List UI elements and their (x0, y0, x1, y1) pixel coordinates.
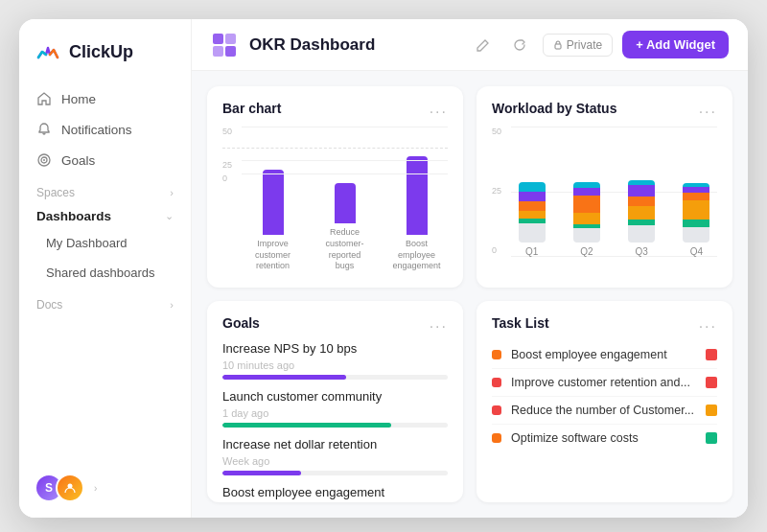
stacked-q1-label: Q1 (525, 246, 538, 257)
content-grid: Bar chart ... 50 (192, 71, 748, 518)
sidebar-item-shared-dashboards[interactable]: Shared dashboards (27, 259, 183, 287)
stacked-group-q3: Q3 (621, 180, 662, 257)
spaces-chevron-icon: › (170, 187, 174, 198)
task-list-header: Task List ... (492, 314, 717, 332)
wl-y-0: 0 (492, 245, 501, 255)
stacked-bar-q4 (683, 183, 709, 243)
topbar: OKR Dashboard Private + Add Widget (192, 19, 748, 71)
svg-rect-8 (555, 44, 561, 49)
svg-rect-5 (225, 34, 236, 44)
stacked-q2-label: Q2 (580, 246, 593, 257)
docs-section: Docs › (19, 287, 191, 315)
task-dot-2 (492, 405, 501, 415)
wl-y-25: 25 (492, 186, 501, 196)
notifications-label: Notifications (61, 123, 132, 137)
add-widget-button[interactable]: + Add Widget (622, 31, 729, 58)
bar-chart-menu[interactable]: ... (430, 100, 448, 117)
bar-1 (335, 183, 356, 223)
svg-rect-6 (213, 46, 223, 57)
sidebar: ClickUp Home Notifications (19, 19, 192, 518)
dashboards-nav: Dashboards ⌄ My Dashboard Shared dashboa… (19, 203, 191, 287)
target-icon (36, 152, 52, 168)
stacked-group-q4: Q4 (676, 183, 717, 257)
goal-time-1: 1 day ago (222, 407, 448, 419)
sidebar-item-my-dashboard[interactable]: My Dashboard (27, 229, 183, 257)
edit-icon[interactable] (470, 32, 497, 58)
goal-name-3: Boost employee engagement (222, 485, 384, 499)
wl-y-50: 50 (492, 127, 501, 136)
stacked-bars-container: Q1 Q2 (511, 151, 717, 257)
task-flag-3 (706, 432, 717, 444)
dashboard-grid-icon (211, 32, 238, 58)
task-item-0: Boost employee engagement (492, 341, 717, 369)
workload-y-labels: 50 25 0 (492, 127, 501, 255)
private-badge[interactable]: Private (543, 34, 613, 57)
dashboards-label[interactable]: Dashboards (36, 209, 111, 223)
goal-name-1: Launch customer community (222, 389, 382, 404)
goal-name-2: Increase net dollar retention (222, 437, 377, 451)
sidebar-item-home[interactable]: Home (27, 84, 183, 113)
app-window: ClickUp Home Notifications (19, 19, 748, 518)
spaces-section: Spaces › (19, 174, 191, 203)
stacked-bar-q2 (573, 182, 600, 243)
bar-group-1: Reduce customer-reported bugs (314, 183, 376, 272)
task-name-3: Optimize software costs (511, 431, 696, 445)
clickup-logo-icon (35, 38, 61, 65)
goals-menu[interactable]: ... (430, 314, 448, 332)
avatar-group[interactable]: S (35, 474, 84, 502)
sidebar-footer: S › (19, 474, 191, 502)
stacked-q3-label: Q3 (635, 246, 647, 257)
page-title: OKR Dashboard (249, 35, 458, 55)
goal-item-1: Launch customer community 1 day ago (222, 389, 448, 428)
goals-card: Goals ... Increase NPS by 10 bps 10 minu… (207, 301, 463, 502)
bar-chart-title: Bar chart (222, 101, 281, 116)
logo-text: ClickUp (69, 42, 133, 62)
sidebar-item-notifications[interactable]: Notifications (27, 115, 183, 144)
goals-title: Goals (222, 315, 260, 331)
y-label-50: 50 (222, 127, 232, 136)
refresh-icon[interactable] (506, 32, 533, 58)
topbar-actions: Private + Add Widget (470, 31, 729, 58)
goal-item-2: Increase net dollar retention Week ago (222, 437, 448, 475)
stacked-bar-q3 (628, 180, 655, 243)
svg-rect-4 (213, 34, 223, 44)
task-dot-0 (492, 350, 501, 359)
my-dashboard-label: My Dashboard (46, 236, 128, 250)
shared-dashboards-label: Shared dashboards (46, 266, 154, 280)
stacked-group-q2: Q2 (566, 182, 607, 257)
goal-progress-1 (222, 423, 448, 428)
bar-label-2: Boost employee engagement (390, 239, 443, 272)
sidebar-nav: Home Notifications Goals (19, 84, 191, 174)
task-item-3: Optimize software costs (492, 425, 717, 451)
stacked-bar-q1 (519, 182, 546, 243)
task-flag-2 (706, 405, 717, 416)
goal-item-0: Increase NPS by 10 bps 10 minutes ago (222, 341, 448, 380)
task-item-1: Improve customer retention and... (492, 369, 717, 397)
svg-rect-7 (225, 46, 236, 57)
goal-name-0: Increase NPS by 10 bps (222, 341, 357, 356)
goals-header: Goals ... (222, 314, 448, 332)
goals-list: Increase NPS by 10 bps 10 minutes ago La… (222, 341, 448, 502)
svg-point-2 (43, 159, 45, 161)
stacked-q4-label: Q4 (690, 246, 703, 257)
task-dot-3 (492, 433, 501, 443)
task-flag-0 (706, 349, 717, 360)
dashboards-chevron-icon: ⌄ (165, 210, 174, 222)
task-dot-1 (492, 378, 501, 387)
bars-container: Improve customer retention Reduce custom… (242, 178, 448, 274)
task-list-menu[interactable]: ... (699, 314, 717, 332)
goal-time-2: Week ago (222, 455, 448, 467)
task-name-2: Reduce the number of Customer... (511, 404, 696, 417)
task-name-0: Boost employee engagement (511, 348, 696, 361)
y-label-0: 0 (222, 173, 227, 183)
sidebar-item-goals[interactable]: Goals (27, 146, 183, 174)
goal-progress-0 (222, 375, 448, 380)
workload-chart-title: Workload by Status (492, 101, 616, 116)
docs-chevron-icon: › (170, 299, 174, 311)
bar-label-1: Reduce customer-reported bugs (318, 227, 371, 272)
private-label: Private (567, 38, 602, 52)
bar-chart-card: Bar chart ... 50 (207, 86, 463, 288)
goals-label: Goals (61, 153, 95, 168)
workload-chart-menu[interactable]: ... (699, 100, 717, 117)
task-name-1: Improve customer retention and... (511, 376, 696, 389)
